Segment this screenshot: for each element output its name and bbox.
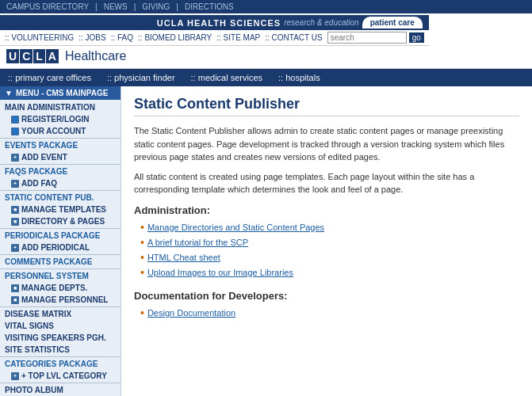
sidebar-item-your-account[interactable]: 👤 YOUR ACCOUNT — [0, 125, 121, 137]
description-para2: All static content is created using page… — [134, 170, 519, 196]
ucla-letter-l: L — [33, 49, 45, 63]
sidebar-item-add-event[interactable]: + ADD EVENT — [0, 151, 121, 163]
sidebar-item-personnel-system[interactable]: PERSONNEL SYSTEM — [0, 270, 121, 282]
sidebar-item-photo-album[interactable]: PHOTO ALBUM — [0, 384, 121, 396]
menu-icon: ▼ — [5, 89, 13, 97]
ucla-letters: U C L A — [6, 49, 59, 63]
add-faq-icon: + — [11, 180, 19, 188]
ucla-logo: U C L A Healthcare — [6, 49, 126, 63]
brief-tutorial-link[interactable]: A brief tutorial for the SCP — [147, 238, 248, 247]
manage-personnel-icon: ■ — [11, 296, 19, 304]
sidebar-item-vital-signs[interactable]: VITAL SIGNS — [0, 320, 121, 332]
sidebar-item-periodicals-package[interactable]: PERIODICALS PACKAGE — [0, 230, 121, 242]
search-bar: go — [327, 32, 424, 44]
sidebar-item-categories-package[interactable]: CATEGORIES PACKAGE — [0, 358, 121, 370]
main-content: Static Content Publisher The Static Cont… — [121, 86, 532, 396]
admin-list-item-3: HTML Cheat sheet — [140, 251, 519, 264]
jobs-link[interactable]: :: JOBS — [78, 33, 105, 42]
sidebar-item-static-content[interactable]: STATIC CONTENT PUB. — [0, 192, 121, 204]
primary-nav-hospitals[interactable]: :: hospitals — [270, 69, 328, 86]
primary-nav-primary-care[interactable]: :: primary care offices — [0, 69, 99, 86]
sidebar-menu-header: ▼ MENU - CMS MAINPAGE — [0, 86, 121, 100]
sidebar: ▼ MENU - CMS MAINPAGE MAIN ADMINISTRATIO… — [0, 86, 121, 396]
directions-link[interactable]: DIRECTIONS — [185, 2, 234, 11]
sidebar-item-add-faq[interactable]: + ADD FAQ — [0, 177, 121, 189]
campus-directory-link[interactable]: CAMPUS DIRECTORY — [6, 2, 89, 11]
nav-links-bar: :: VOLUNTEERING :: JOBS :: FAQ :: BIOMED… — [0, 30, 429, 46]
research-education-text: research & education — [284, 18, 359, 27]
primary-nav-physician-finder[interactable]: :: physician finder — [99, 69, 183, 86]
sidebar-section-main: MAIN ADMINISTRATION 👤 REGISTER/LOGIN 👤 Y… — [0, 100, 121, 396]
dev-list-item-1: Design Documentation — [140, 307, 519, 319]
add-periodical-icon: + — [11, 244, 19, 252]
contact-us-link[interactable]: :: CONTACT US — [265, 33, 322, 42]
ucla-letter-c: C — [20, 49, 33, 63]
manage-templates-icon: ■ — [11, 206, 19, 214]
manage-depts-icon: ■ — [11, 284, 19, 292]
sidebar-item-faqs-package[interactable]: FAQS PACKAGE — [0, 166, 121, 177]
healthcare-text: Healthcare — [65, 49, 126, 63]
sidebar-item-register-login[interactable]: 👤 REGISTER/LOGIN — [0, 113, 121, 125]
faq-link[interactable]: :: FAQ — [111, 33, 133, 42]
admin-list-item-4: Upload Images to our Image Libraries — [140, 266, 519, 279]
volunteering-link[interactable]: :: VOLUNTEERING — [5, 33, 74, 42]
ucla-hs-text: UCLA HEALTH SCIENCES — [157, 18, 281, 28]
logo-row: U C L A Healthcare — [0, 46, 429, 67]
biomed-library-link[interactable]: :: BIOMED LIBRARY — [138, 33, 212, 42]
account-icon: 👤 — [11, 128, 19, 135]
sidebar-item-add-periodical[interactable]: + ADD PERIODICAL — [0, 242, 121, 253]
top-bar: CAMPUS DIRECTORY | NEWS | GIVING | DIREC… — [0, 0, 532, 13]
separator2: | — [134, 2, 136, 11]
admin-list-item-1: Manage Directories and Static Content Pa… — [140, 221, 519, 234]
sidebar-item-site-statistics[interactable]: SITE STATISTICS — [0, 344, 121, 356]
admin-title: Administration: — [134, 204, 519, 216]
ucla-health-sciences-bar: UCLA HEALTH SCIENCES research & educatio… — [0, 15, 429, 30]
sidebar-item-top-lvl-category[interactable]: + + TOP LVL CATEGORY — [0, 370, 121, 382]
sidebar-item-comments-package[interactable]: COMMENTS PACKAGE — [0, 256, 121, 268]
dev-list: Design Documentation — [134, 307, 519, 319]
sidebar-item-visiting-speakers[interactable]: VISITING SPEAKERS PGH. — [0, 332, 121, 344]
page-title: Static Content Publisher — [134, 96, 519, 116]
html-cheat-sheet-link[interactable]: HTML Cheat sheet — [147, 253, 220, 262]
site-map-link[interactable]: :: SITE MAP — [216, 33, 260, 42]
sidebar-item-disease-matrix[interactable]: DISEASE MATRIX — [0, 308, 121, 320]
sidebar-item-manage-personnel[interactable]: ■ MANAGE PERSONNEL — [0, 294, 121, 306]
admin-list-item-2: A brief tutorial for the SCP — [140, 236, 519, 249]
patient-care-tab[interactable]: patient care — [362, 17, 423, 29]
search-go-button[interactable]: go — [409, 32, 424, 43]
primary-nav-medical-services[interactable]: :: medical services — [183, 69, 270, 86]
upload-images-link[interactable]: Upload Images to our Image Libraries — [147, 268, 293, 277]
primary-nav: :: primary care offices :: physician fin… — [0, 69, 532, 86]
admin-list: Manage Directories and Static Content Pa… — [134, 221, 519, 279]
dev-section: Documentation for Developers: Design Doc… — [134, 290, 519, 319]
news-link[interactable]: NEWS — [104, 2, 128, 11]
add-event-icon: + — [11, 154, 19, 162]
dev-title: Documentation for Developers: — [134, 290, 519, 302]
sidebar-item-manage-templates[interactable]: ■ MANAGE TEMPLATES — [0, 204, 121, 215]
sidebar-item-directory-pages[interactable]: ■ DIRECTORY & PAGES — [0, 215, 121, 227]
ucla-letter-u: U — [6, 49, 19, 63]
header: UCLA HEALTH SCIENCES research & educatio… — [0, 13, 532, 69]
header-left: UCLA HEALTH SCIENCES research & educatio… — [0, 15, 429, 67]
sidebar-item-manage-depts[interactable]: ■ MANAGE DEPTS. — [0, 282, 121, 294]
ucla-letter-a: A — [46, 49, 59, 63]
directory-pages-icon: ■ — [11, 218, 19, 226]
top-lvl-icon: + — [11, 372, 19, 380]
manage-directories-link[interactable]: Manage Directories and Static Content Pa… — [147, 223, 324, 232]
register-icon: 👤 — [11, 116, 19, 124]
description-para1: The Static Content Publisher allows admi… — [134, 124, 519, 164]
description: The Static Content Publisher allows admi… — [134, 124, 519, 196]
separator3: | — [176, 2, 178, 11]
content-area: ▼ MENU - CMS MAINPAGE MAIN ADMINISTRATIO… — [0, 86, 532, 396]
design-documentation-link[interactable]: Design Documentation — [147, 308, 235, 318]
admin-section: Administration: Manage Directories and S… — [134, 204, 519, 279]
search-input[interactable] — [327, 32, 407, 44]
separator1: | — [95, 2, 98, 11]
sidebar-menu-label: MENU - CMS MAINPAGE — [16, 89, 108, 97]
sidebar-item-main-admin[interactable]: MAIN ADMINISTRATION — [0, 101, 121, 113]
sidebar-item-events-package[interactable]: EVENTS PACKAGE — [0, 139, 121, 151]
giving-link[interactable]: GIVING — [142, 2, 170, 11]
